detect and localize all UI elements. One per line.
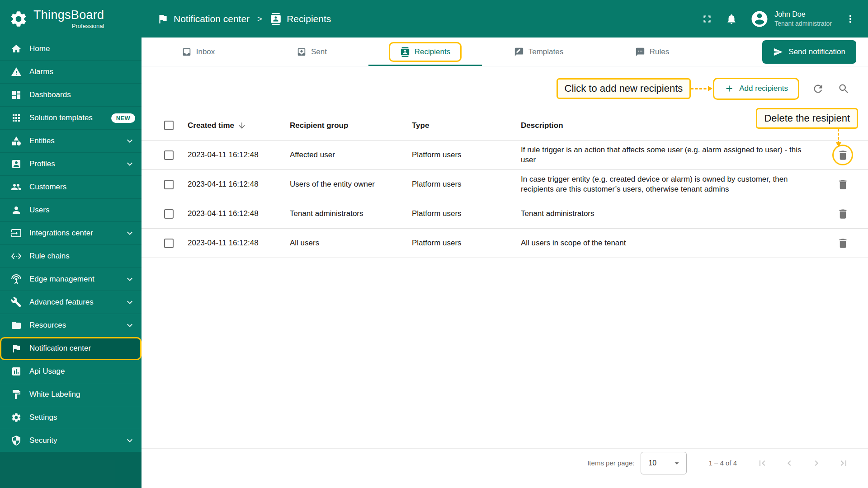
sidebar-item-advanced-features[interactable]: Advanced features xyxy=(0,291,142,314)
sidebar-item-label: Security xyxy=(29,436,57,445)
recipients-icon xyxy=(270,13,282,25)
row-checkbox[interactable] xyxy=(164,150,174,160)
sidebar-nav: Home Alarms Dashboards Solution template… xyxy=(0,38,142,452)
user-menu[interactable]: John Doe Tenant administrator xyxy=(750,9,832,28)
column-header-type[interactable]: Type xyxy=(412,121,521,130)
sidebar-item-security[interactable]: Security xyxy=(0,429,142,452)
select-all-checkbox[interactable] xyxy=(164,121,174,130)
sidebar-item-profiles[interactable]: Profiles xyxy=(0,153,142,176)
column-header-created-time[interactable]: Created time xyxy=(188,121,290,130)
sidebar-item-label: Alarms xyxy=(29,67,53,76)
resources-icon xyxy=(11,320,22,331)
cell-created-time: 2023-04-11 16:12:48 xyxy=(188,180,290,189)
breadcrumb-current-label: Recipients xyxy=(287,14,331,24)
sidebar-item-solution-templates[interactable]: Solution templates NEW xyxy=(0,107,142,130)
table-row[interactable]: 2023-04-11 16:12:48 Tenant administrator… xyxy=(142,199,868,229)
table-row[interactable]: 2023-04-11 16:12:48 Users of the entity … xyxy=(142,170,868,199)
solution-templates-icon xyxy=(11,113,22,123)
sidebar-item-entities[interactable]: Entities xyxy=(0,130,142,153)
sidebar-item-api-usage[interactable]: Api Usage xyxy=(0,360,142,383)
users-icon xyxy=(11,205,22,216)
trash-icon xyxy=(837,149,849,161)
cell-type: Platform users xyxy=(412,239,521,248)
chevron-down-icon xyxy=(124,228,135,239)
next-page-button[interactable] xyxy=(811,458,822,469)
settings-icon xyxy=(11,412,22,423)
recipients-icon xyxy=(400,47,410,57)
table-row[interactable]: 2023-04-11 16:12:48 Affected user Platfo… xyxy=(142,141,868,170)
sidebar: ThingsBoard Professional Home Alarms Das… xyxy=(0,0,142,488)
delete-row-button[interactable] xyxy=(837,208,849,220)
last-page-button[interactable] xyxy=(838,458,849,469)
edge-management-icon xyxy=(11,274,22,285)
delete-callout: Delete the resipient xyxy=(756,108,858,129)
chevron-down-icon xyxy=(124,435,135,446)
refresh-button[interactable] xyxy=(812,83,824,95)
column-label-type: Type xyxy=(412,121,429,130)
row-checkbox[interactable] xyxy=(164,180,174,189)
tab-rules[interactable]: Rules xyxy=(595,38,709,66)
sidebar-item-edge-management[interactable]: Edge management xyxy=(0,268,142,291)
sidebar-item-label: Advanced features xyxy=(29,298,94,307)
sidebar-item-integrations-center[interactable]: Integrations center xyxy=(0,222,142,245)
tab-label: Inbox xyxy=(196,47,215,56)
notifications-button[interactable] xyxy=(726,13,737,25)
sidebar-item-home[interactable]: Home xyxy=(0,38,142,61)
delete-row-button[interactable] xyxy=(837,237,849,249)
cell-type: Platform users xyxy=(412,180,521,189)
sidebar-item-label: Entities xyxy=(29,136,55,145)
sidebar-item-label: Api Usage xyxy=(29,367,65,376)
cell-description: In case trigger entity (e.g. created dev… xyxy=(521,174,828,194)
fullscreen-button[interactable] xyxy=(701,13,713,25)
first-page-icon xyxy=(757,458,768,469)
sidebar-item-dashboards[interactable]: Dashboards xyxy=(0,84,142,107)
sidebar-item-white-labeling[interactable]: White Labeling xyxy=(0,383,142,406)
brand-subtitle: Professional xyxy=(72,23,104,29)
previous-page-button[interactable] xyxy=(784,458,795,469)
sort-descending-icon xyxy=(237,121,246,130)
sidebar-item-resources[interactable]: Resources xyxy=(0,314,142,337)
cell-created-time: 2023-04-11 16:12:48 xyxy=(188,209,290,218)
row-checkbox[interactable] xyxy=(164,239,174,248)
breadcrumb-recipients: Recipients xyxy=(270,13,331,25)
sidebar-item-settings[interactable]: Settings xyxy=(0,406,142,429)
thingsboard-logo-icon xyxy=(9,9,28,28)
row-checkbox[interactable] xyxy=(164,209,174,219)
send-notification-button[interactable]: Send notification xyxy=(762,40,856,64)
tab-sent[interactable]: Sent xyxy=(255,38,368,66)
tab-recipients[interactable]: Recipients xyxy=(368,38,482,66)
delete-annotation-arrow xyxy=(838,129,839,144)
integrations-icon xyxy=(11,228,22,239)
sidebar-item-notification-center[interactable]: Notification center xyxy=(0,337,142,360)
sidebar-item-alarms[interactable]: Alarms xyxy=(0,61,142,84)
more-options-button[interactable] xyxy=(844,13,856,25)
sidebar-item-customers[interactable]: Customers xyxy=(0,176,142,199)
app-logo[interactable]: ThingsBoard Professional xyxy=(0,0,142,38)
sidebar-item-label: Solution templates xyxy=(29,113,93,122)
cell-description: Tenant administrators xyxy=(521,209,828,219)
refresh-icon xyxy=(812,83,824,95)
add-recipients-callout: Click to add new recipients xyxy=(557,78,691,99)
sidebar-item-users[interactable]: Users xyxy=(0,199,142,222)
search-button[interactable] xyxy=(838,83,850,95)
advanced-features-icon xyxy=(11,297,22,308)
tab-templates[interactable]: Templates xyxy=(482,38,595,66)
breadcrumb-notification-center[interactable]: Notification center xyxy=(157,13,250,25)
notification-center-icon xyxy=(11,343,22,354)
trash-icon xyxy=(837,208,849,220)
entities-icon xyxy=(11,136,22,146)
add-recipients-annotation-arrow xyxy=(691,88,711,89)
delete-row-button[interactable] xyxy=(837,149,849,161)
column-header-recipient-group[interactable]: Recipient group xyxy=(290,121,412,130)
rules-icon xyxy=(635,47,645,57)
delete-row-button[interactable] xyxy=(837,178,849,191)
first-page-button[interactable] xyxy=(757,458,768,469)
sidebar-item-rule-chains[interactable]: Rule chains xyxy=(0,245,142,268)
app-root: ThingsBoard Professional Home Alarms Das… xyxy=(0,0,868,488)
tabs-bar: Inbox Sent Recipients Templates xyxy=(142,38,868,66)
items-per-page-select[interactable]: 10 xyxy=(641,452,687,474)
add-recipients-button[interactable]: Add recipients xyxy=(713,78,799,100)
tab-inbox[interactable]: Inbox xyxy=(142,38,255,66)
table-row[interactable]: 2023-04-11 16:12:48 All users Platform u… xyxy=(142,229,868,258)
sidebar-item-label: Profiles xyxy=(29,160,55,169)
